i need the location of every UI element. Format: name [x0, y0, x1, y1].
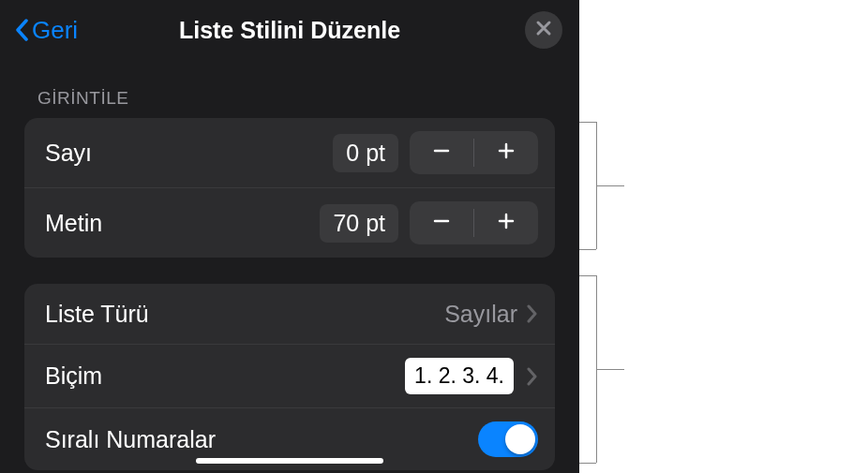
group-indent: Sayı 0 pt Metin 70 pt	[24, 118, 555, 258]
text-indent-label: Metin	[45, 210, 320, 237]
close-button[interactable]	[525, 11, 562, 49]
chevron-right-icon	[527, 304, 538, 323]
text-indent-increment[interactable]	[474, 201, 538, 244]
chevron-right-icon	[527, 367, 538, 386]
minus-icon	[431, 211, 452, 235]
back-label: Geri	[32, 16, 78, 45]
tiered-numbers-toggle[interactable]	[478, 421, 538, 457]
back-button[interactable]: Geri	[13, 16, 78, 45]
number-indent-label: Sayı	[45, 140, 333, 167]
list-type-label: Liste Türü	[45, 301, 444, 328]
text-indent-decrement[interactable]	[410, 201, 473, 244]
list-type-value: Sayılar	[444, 301, 517, 328]
home-indicator	[196, 458, 383, 464]
number-indent-decrement[interactable]	[410, 131, 473, 174]
close-icon	[535, 20, 552, 40]
minus-icon	[431, 140, 452, 165]
chevron-left-icon	[13, 17, 30, 43]
number-indent-increment[interactable]	[474, 131, 538, 174]
row-number-indent: Sayı 0 pt	[24, 118, 555, 187]
section-header-indent: GİRİNTİLE	[0, 66, 579, 118]
tiered-numbers-label: Sıralı Numaralar	[45, 426, 478, 453]
format-value: 1. 2. 3. 4.	[405, 358, 514, 394]
page-title: Liste Stilini Düzenle	[179, 17, 400, 44]
plus-icon	[496, 211, 516, 235]
number-indent-value: 0 pt	[333, 134, 398, 172]
group-list: Liste Türü Sayılar Biçim 1. 2. 3. 4. Sır…	[24, 284, 555, 470]
text-indent-value: 70 pt	[320, 204, 398, 243]
row-format[interactable]: Biçim 1. 2. 3. 4.	[24, 344, 555, 407]
plus-icon	[496, 140, 516, 165]
format-label: Biçim	[45, 362, 405, 390]
number-indent-stepper	[410, 131, 538, 174]
row-text-indent: Metin 70 pt	[24, 187, 555, 258]
row-list-type[interactable]: Liste Türü Sayılar	[24, 284, 555, 344]
text-indent-stepper	[410, 201, 538, 244]
